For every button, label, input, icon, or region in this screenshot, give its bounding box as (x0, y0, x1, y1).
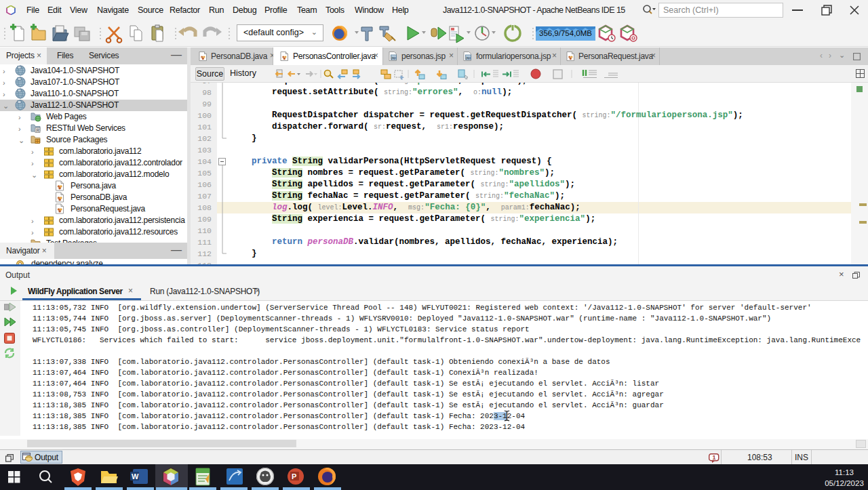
svg-text:P: P (292, 472, 296, 481)
svg-text:W: W (132, 472, 139, 481)
svg-text:1: 1 (713, 454, 716, 461)
